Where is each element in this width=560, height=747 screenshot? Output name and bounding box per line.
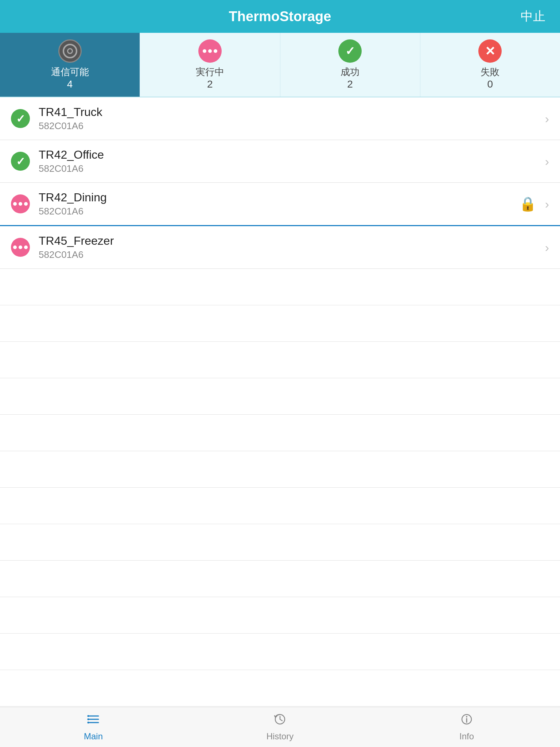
status-tab-failure[interactable]: ✕ 失敗 0 <box>420 33 560 97</box>
empty-row-10 <box>0 634 560 670</box>
device-status-icon-0: ✓ <box>11 109 30 128</box>
svg-point-3 <box>88 715 89 717</box>
device-item-0[interactable]: ✓ TR41_Truck 582C01A6 › <box>0 97 560 140</box>
svg-point-9 <box>466 716 467 717</box>
empty-row-2 <box>0 342 560 378</box>
device-info-0: TR41_Truck 582C01A6 <box>39 105 541 132</box>
chevron-icon-1: › <box>545 154 549 169</box>
empty-row-3 <box>0 378 560 415</box>
status-tab-reachable[interactable]: 通信可能 4 <box>0 33 140 97</box>
status-count-failure: 0 <box>487 78 493 90</box>
tab-label-history: History <box>267 731 294 742</box>
device-list: ✓ TR41_Truck 582C01A6 › ✓ TR42_Office 58… <box>0 97 560 707</box>
stop-button[interactable]: 中止 <box>521 8 545 25</box>
svg-point-4 <box>88 719 89 720</box>
device-item-3[interactable]: TR45_Freezer 582C01A6 › <box>0 226 560 269</box>
status-label-failure: 失敗 <box>481 66 499 78</box>
list-icon <box>87 713 100 729</box>
device-name-2: TR42_Dining <box>39 191 519 204</box>
status-label-reachable: 通信可能 <box>51 66 89 78</box>
info-icon <box>460 713 473 729</box>
empty-row-11 <box>0 670 560 707</box>
device-info-2: TR42_Dining 582C01A6 <box>39 191 519 217</box>
device-status-icon-1: ✓ <box>11 152 30 171</box>
device-status-icon-3 <box>11 238 30 257</box>
chevron-icon-0: › <box>545 112 549 126</box>
device-item-2[interactable]: TR42_Dining 582C01A6 🔒 › <box>0 183 560 226</box>
svg-point-5 <box>88 722 89 724</box>
device-info-1: TR42_Office 582C01A6 <box>39 148 541 174</box>
device-name-1: TR42_Office <box>39 148 541 162</box>
status-count-success: 2 <box>347 78 353 90</box>
status-label-running: 実行中 <box>196 66 224 78</box>
status-tab-success[interactable]: ✓ 成功 2 <box>280 33 420 97</box>
status-count-running: 2 <box>207 78 213 90</box>
device-name-0: TR41_Truck <box>39 105 541 119</box>
device-id-0: 582C01A6 <box>39 120 541 132</box>
device-id-2: 582C01A6 <box>39 206 519 217</box>
device-id-1: 582C01A6 <box>39 163 541 174</box>
chevron-icon-2: › <box>545 197 549 211</box>
device-info-3: TR45_Freezer 582C01A6 <box>39 234 541 260</box>
tab-main[interactable]: Main <box>0 707 187 747</box>
tab-bar: Main History Info <box>0 707 560 747</box>
app-title: ThermoStorage <box>229 9 331 24</box>
empty-row-9 <box>0 597 560 634</box>
empty-row-7 <box>0 524 560 561</box>
status-label-success: 成功 <box>341 66 359 78</box>
tab-info[interactable]: Info <box>373 707 560 747</box>
history-icon <box>273 713 287 729</box>
status-count-reachable: 4 <box>67 78 73 90</box>
tab-history[interactable]: History <box>187 707 373 747</box>
chevron-icon-3: › <box>545 240 549 255</box>
empty-row-5 <box>0 451 560 488</box>
tab-label-main: Main <box>84 731 103 742</box>
empty-row-4 <box>0 415 560 451</box>
empty-row-6 <box>0 488 560 524</box>
status-tabs: 通信可能 4 実行中 2 ✓ 成功 2 ✕ 失敗 0 <box>0 33 560 97</box>
lock-icon: 🔒 <box>519 196 536 212</box>
tab-label-info: Info <box>459 731 474 742</box>
device-item-1[interactable]: ✓ TR42_Office 582C01A6 › <box>0 140 560 183</box>
status-tab-running[interactable]: 実行中 2 <box>140 33 280 97</box>
running-icon <box>198 39 222 63</box>
failure-icon: ✕ <box>478 39 502 63</box>
device-id-3: 582C01A6 <box>39 249 541 260</box>
device-name-3: TR45_Freezer <box>39 234 541 248</box>
device-status-icon-2 <box>11 194 30 213</box>
success-icon: ✓ <box>338 39 362 63</box>
reachable-icon <box>58 39 82 63</box>
empty-row-8 <box>0 561 560 597</box>
empty-row-1 <box>0 305 560 342</box>
app-header: ThermoStorage 中止 <box>0 0 560 33</box>
empty-row-0 <box>0 269 560 305</box>
